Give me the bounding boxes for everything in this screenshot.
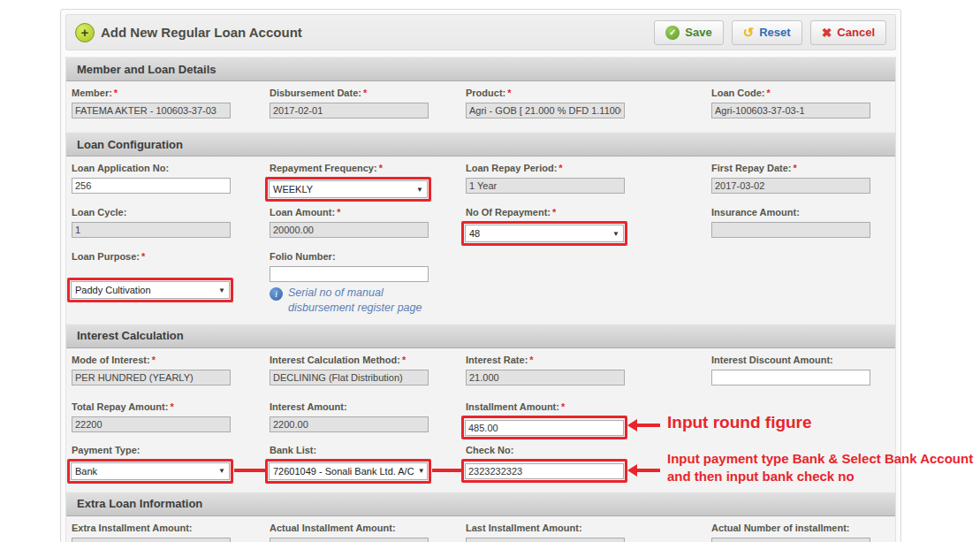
interest-discount-field: Interest Discount Amount: — [711, 355, 890, 386]
required-asterisk: * — [529, 355, 533, 365]
annotation-arrow-line — [637, 469, 660, 472]
form-body: Member and Loan Details Member:* Disburs… — [65, 57, 896, 542]
bank-list-label: Bank List: — [270, 445, 316, 455]
no-of-repayment-label: No Of Repayment: — [466, 207, 551, 218]
required-asterisk: * — [507, 88, 511, 98]
actual-installment-label: Actual Installment Amount: — [270, 523, 396, 533]
actual-number-input — [711, 538, 870, 542]
total-repay-input — [72, 416, 231, 432]
required-asterisk: * — [141, 251, 145, 262]
highlight-box — [461, 459, 627, 483]
interest-rate-label: Interest Rate: — [466, 355, 528, 365]
section-header-interest-calculation: Interest Calculation — [66, 324, 895, 348]
folio-number-input[interactable] — [270, 266, 429, 282]
repayment-frequency-value: WEEKLY — [273, 184, 313, 195]
chevron-down-icon: ▼ — [218, 467, 225, 475]
required-asterisk: * — [114, 88, 118, 98]
installment-amount-label: Installment Amount: — [466, 401, 559, 412]
first-repay-date-input — [711, 178, 870, 194]
extra-installment-field: Extra Installment Amount: — [72, 523, 270, 542]
disbursement-date-label: Disbursement Date: — [270, 88, 361, 98]
required-asterisk: * — [363, 88, 367, 98]
last-installment-input — [466, 538, 625, 542]
no-of-repayment-select[interactable]: 48 ▼ — [465, 225, 624, 242]
folio-number-field: Folio Number: i Serial no of manual disb… — [270, 251, 466, 316]
product-label: Product: — [466, 88, 505, 98]
required-asterisk: * — [793, 163, 796, 173]
member-details-row: Member:* Disbursement Date:* Product:* L… — [72, 88, 890, 118]
actual-number-field: Actual Number of installment: — [711, 523, 890, 542]
loan-purpose-select[interactable]: Paddy Cultivation ▼ — [71, 281, 230, 299]
required-asterisk: * — [170, 401, 173, 412]
loan-config-row-1: Loan Application No: Repayment Frequency… — [72, 163, 890, 202]
loan-code-input — [711, 103, 870, 118]
no-of-repayment-value: 48 — [469, 228, 480, 239]
required-asterisk: * — [402, 355, 406, 365]
bank-list-select[interactable]: 72601049 - Sonali Bank Ltd. A/C ▼ — [269, 462, 428, 480]
payment-type-field: Payment Type: Bank ▼ — [72, 445, 270, 484]
add-plus-icon: + — [75, 23, 95, 42]
repayment-frequency-select[interactable]: WEEKLY ▼ — [269, 180, 428, 198]
interest-discount-label: Interest Discount Amount: — [711, 355, 833, 365]
save-button[interactable]: ✓ Save — [654, 20, 723, 45]
product-field: Product:* — [466, 88, 711, 118]
loan-cycle-input — [72, 222, 231, 238]
check-no-input[interactable] — [465, 463, 624, 479]
extra-row-1: Extra Installment Amount: Actual Install… — [72, 523, 890, 542]
disbursement-date-field: Disbursement Date:* — [270, 88, 466, 118]
required-asterisk: * — [152, 355, 156, 365]
loan-purpose-value: Paddy Cultivation — [75, 285, 151, 295]
highlight-box: Bank ▼ — [67, 459, 233, 484]
page: + Add New Regular Loan Account ✓ Save ↺ … — [0, 0, 980, 542]
chevron-down-icon: ▼ — [416, 186, 423, 194]
disbursement-date-input — [270, 103, 429, 118]
interest-amount-field: Interest Amount: — [270, 401, 466, 439]
installment-amount-input[interactable] — [465, 420, 624, 436]
last-installment-label: Last Installment Amount: — [466, 523, 582, 533]
first-repay-date-field: First Repay Date:* — [711, 163, 890, 202]
page-title: Add New Regular Loan Account — [101, 25, 302, 40]
annotation-arrow-line — [637, 424, 660, 427]
first-repay-date-label: First Repay Date: — [711, 163, 791, 173]
red-connector-line — [432, 469, 462, 472]
extra-installment-label: Extra Installment Amount: — [72, 523, 193, 533]
loan-form-panel: + Add New Regular Loan Account ✓ Save ↺ … — [60, 9, 901, 542]
loan-purpose-label: Loan Purpose: — [72, 251, 140, 262]
cancel-button-label: Cancel — [837, 26, 875, 39]
close-icon: ✖ — [822, 26, 832, 40]
interest-discount-input[interactable] — [711, 370, 870, 386]
bank-list-value: 72601049 - Sonali Bank Ltd. A/C — [273, 466, 414, 477]
reset-button[interactable]: ↺ Reset — [732, 20, 802, 45]
info-icon: i — [270, 287, 283, 301]
annotation-round-figure: Input round figure — [667, 413, 812, 432]
total-repay-label: Total Repay Amount: — [72, 401, 168, 412]
loan-application-no-label: Loan Application No: — [72, 163, 169, 173]
required-asterisk: * — [767, 88, 771, 98]
chevron-down-icon: ▼ — [218, 286, 225, 294]
loan-repay-period-field: Loan Repay Period:* — [466, 163, 711, 202]
actual-installment-input — [270, 538, 429, 542]
annotation-payment-instructions: Input payment type Bank & Select Bank Ac… — [667, 450, 973, 485]
loan-code-field: Loan Code:* — [711, 88, 890, 118]
highlight-box: 48 ▼ — [461, 221, 627, 246]
section-header-loan-configuration: Loan Configuration — [66, 132, 895, 156]
bank-list-field: Bank List: 72601049 - Sonali Bank Ltd. A… — [270, 445, 466, 484]
cancel-button[interactable]: ✖ Cancel — [810, 20, 886, 45]
loan-amount-label: Loan Amount: — [270, 207, 335, 218]
section-header-member-details: Member and Loan Details — [66, 57, 895, 81]
payment-type-select[interactable]: Bank ▼ — [71, 462, 230, 480]
annotation-payment-line-2: and then input bank check no — [667, 468, 973, 485]
form-titlebar: + Add New Regular Loan Account ✓ Save ↺ … — [65, 14, 896, 50]
interest-calc-method-input — [270, 370, 429, 386]
loan-purpose-field: Loan Purpose:* Paddy Cultivation ▼ — [72, 251, 270, 316]
mode-of-interest-input — [72, 370, 231, 386]
reset-arrow-icon: ↺ — [743, 27, 755, 39]
member-label: Member: — [72, 88, 112, 98]
loan-cycle-label: Loan Cycle: — [72, 207, 126, 218]
installment-amount-field: Installment Amount:* Input round figure — [466, 401, 711, 439]
highlight-box: WEEKLY ▼ — [265, 177, 431, 202]
loan-application-no-input[interactable] — [72, 178, 231, 194]
section-header-extra-loan-information: Extra Loan Information — [66, 492, 895, 516]
chevron-down-icon: ▼ — [612, 230, 619, 238]
insurance-amount-input — [711, 222, 870, 238]
